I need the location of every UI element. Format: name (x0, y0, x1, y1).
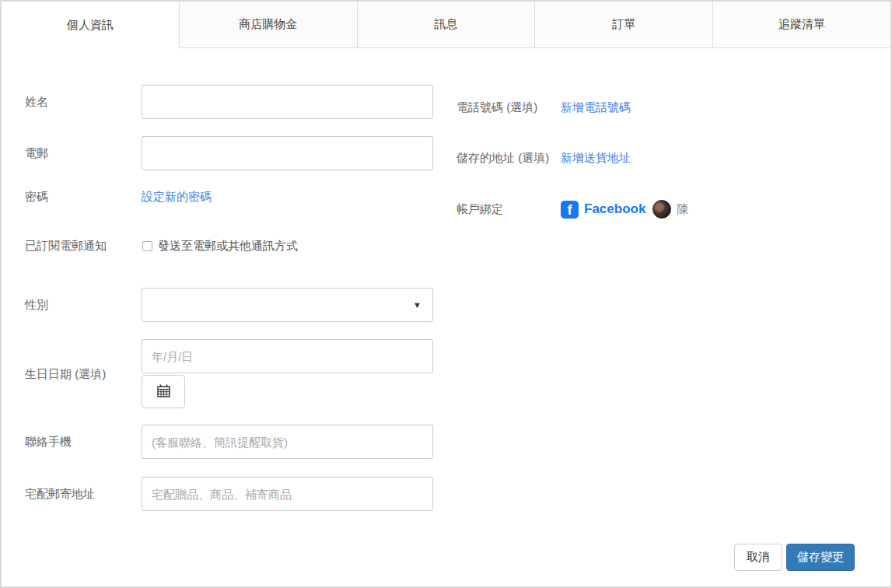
form-column-left: 姓名 電郵 密碼 設定新的密碼 已訂閱電郵通知 (25, 85, 435, 511)
contact-phone-row: 聯絡手機 (25, 425, 435, 459)
tab-label: 訊息 (434, 17, 457, 32)
gender-label: 性別 (25, 297, 142, 313)
mailing-address-row: 宅配郵寄地址 (25, 477, 435, 511)
add-shipping-address-link[interactable]: 新增送貨地址 (561, 151, 631, 166)
add-phone-number-link[interactable]: 新增電話號碼 (561, 100, 631, 115)
saved-address-label: 儲存的地址 (選填) (456, 151, 561, 166)
phone-number-row: 電話號碼 (選填) 新增電話號碼 (456, 98, 845, 117)
account-binding-row: 帳戶綁定 f Facebook 陳 (456, 199, 845, 219)
name-row: 姓名 (25, 85, 435, 119)
newsletter-label: 已訂閱電郵通知 (25, 238, 142, 254)
password-row: 密碼 設定新的密碼 (25, 187, 435, 206)
gender-row: 性別 ▼ (25, 288, 435, 322)
tab-store-credit[interactable]: 商店購物金 (179, 2, 357, 48)
form-column-right: 電話號碼 (選填) 新增電話號碼 儲存的地址 (選填) 新增送貨地址 帳戶綁定 … (456, 85, 845, 511)
email-label: 電郵 (25, 145, 142, 161)
contact-phone-label: 聯絡手機 (25, 434, 142, 450)
tab-label: 追蹤清單 (778, 17, 825, 32)
tab-label: 個人資訊 (67, 18, 114, 33)
tab-wishlist[interactable]: 追蹤清單 (712, 2, 890, 48)
facebook-user-name: 陳 (677, 202, 688, 217)
gender-select[interactable]: ▼ (142, 288, 433, 322)
contact-phone-input[interactable] (142, 425, 433, 459)
password-label: 密碼 (25, 189, 142, 205)
avatar (652, 200, 671, 219)
calendar-button[interactable] (142, 375, 185, 408)
name-label: 姓名 (25, 94, 142, 110)
tab-bar: 個人資訊 商店購物金 訊息 訂單 追蹤清單 (2, 2, 890, 48)
cancel-button[interactable]: 取消 (734, 544, 782, 571)
tab-orders[interactable]: 訂單 (534, 2, 712, 48)
birthday-input[interactable] (142, 339, 433, 373)
facebook-binding: f Facebook 陳 (561, 200, 688, 219)
account-settings-page: 個人資訊 商店購物金 訊息 訂單 追蹤清單 姓名 電郵 (0, 0, 892, 588)
account-binding-label: 帳戶綁定 (456, 202, 561, 217)
name-input[interactable] (142, 85, 433, 119)
tab-label: 商店購物金 (239, 17, 297, 32)
newsletter-row: 已訂閱電郵通知 發送至電郵或其他通訊方式 (25, 238, 435, 254)
save-changes-button[interactable]: 儲存變更 (786, 544, 855, 571)
email-row: 電郵 (25, 136, 435, 170)
footer-actions: 取消 儲存變更 (2, 544, 890, 571)
phone-number-label: 電話號碼 (選填) (456, 100, 561, 115)
mailing-address-input[interactable] (142, 477, 433, 511)
newsletter-checkbox[interactable] (142, 241, 152, 251)
birthday-label: 生日日期 (選填) (25, 366, 142, 382)
facebook-wordmark: Facebook (584, 201, 645, 217)
saved-address-row: 儲存的地址 (選填) 新增送貨地址 (456, 149, 845, 167)
chevron-down-icon: ▼ (413, 300, 422, 310)
personal-info-panel: 姓名 電郵 密碼 設定新的密碼 已訂閱電郵通知 (2, 48, 890, 511)
calendar-icon (157, 384, 170, 400)
set-new-password-link[interactable]: 設定新的密碼 (142, 190, 212, 203)
tab-messages[interactable]: 訊息 (357, 2, 535, 48)
newsletter-checkbox-label: 發送至電郵或其他通訊方式 (158, 239, 298, 254)
email-input[interactable] (142, 136, 433, 170)
tab-personal-info[interactable]: 個人資訊 (2, 2, 179, 48)
tab-label: 訂單 (612, 17, 635, 32)
birthday-row: 生日日期 (選填) (25, 339, 435, 408)
facebook-icon: f (561, 201, 579, 219)
mailing-address-label: 宅配郵寄地址 (25, 486, 142, 502)
